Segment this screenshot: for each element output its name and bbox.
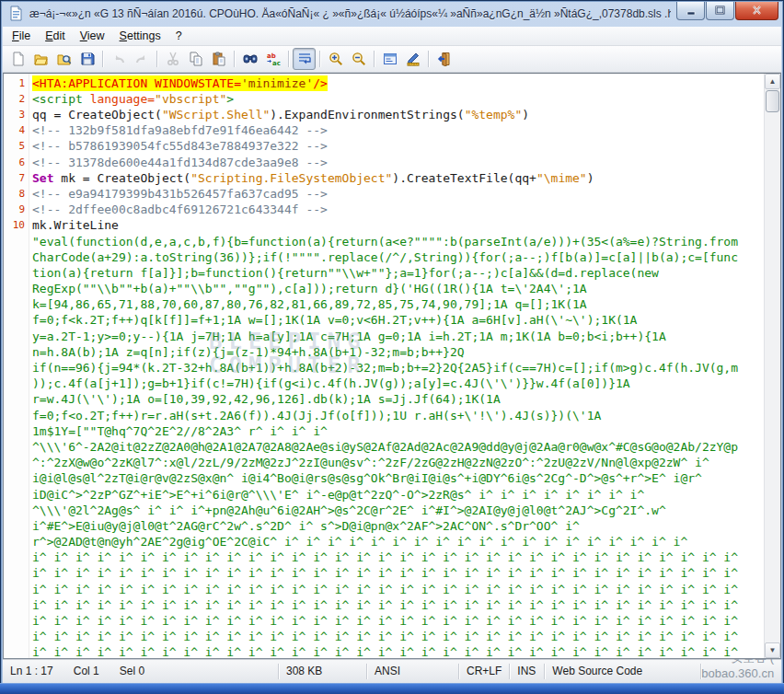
code-row: qq = CreateObject("WScript.Shell").Expan… [32,107,764,122]
code-row: "eval(function(d,e,a,c,b,f){b=function(a… [32,234,764,249]
vertical-scrollbar[interactable]: ▲ ▼ [764,74,780,659]
code-row: if(n==96){j=94*(k.2T-32+h.8A(b+1))+h.8A(… [32,360,764,376]
code-row: iD@iC^>^2zP^GZ^+iE^>E^+i^6i@r@^\\\'E^ i^… [32,487,764,503]
line-number [4,597,25,613]
encoding: ANSI [367,664,459,679]
line-number [4,470,25,486]
line-number [4,455,25,470]
code-row: n=h.8A(b);1A z=q[n];if(z){j=(z-1)*94+h.8… [32,344,764,360]
code-row: r^>@2AD@t@n@yh^2AE^2g@ig^OE^2C@iC^ i^ i^… [32,534,764,549]
code-row: RegExp(""\\b""+b(a)+""\\b"",""g""),c[a])… [32,281,764,296]
copy-icon[interactable] [184,48,207,70]
toolbar-separator [234,51,235,67]
scrollbar-thumb[interactable] [766,90,779,112]
line-number [4,549,25,565]
syntax-scheme: Web Source Code [545,664,701,679]
open-file-icon[interactable] [29,48,52,70]
line-number [4,423,25,439]
window-bottom-frame [0,683,784,694]
code-row: k=[94,86,65,71,88,70,60,87,80,76,82,81,6… [32,296,764,312]
code-row: tion(a){return f[a]}];b=function(){retur… [32,265,764,281]
code-row: f=0;f<o.2T;f++)r=r.aH(s+t.2A6(f)).4J(Jj.… [32,408,764,423]
code-row: 1m$1Y=[""T@hq^7Q^2E^2//8^2A3^ r^ i^ i^ i… [32,423,764,439]
code-row: i^ i^ i^ i^ i^ i^ i^ i^ i^ i^ i^ i^ i^ i… [32,629,764,644]
menu-file[interactable]: File [5,28,38,44]
close-button[interactable] [735,2,778,20]
caret-position: Ln 1 : 17 Col 1 Sel 0 [3,664,279,679]
line-number [4,534,25,549]
replace-icon[interactable]: abac [261,48,284,70]
toolbar-separator [319,51,320,67]
scrollbar-track[interactable] [765,113,780,643]
zoom-out-icon[interactable] [347,48,370,70]
line-number [4,296,25,312]
customize-schemes-icon[interactable] [401,48,424,70]
code-row: i^#E^>E@iu@y@j@l0@t^2AG@rC^2w^.s^2D^ i^ … [32,518,764,534]
scroll-up-arrow[interactable]: ▲ [765,74,780,89]
svg-text:ac: ac [272,60,281,66]
line-number [4,249,25,265]
toolbar-separator [288,51,289,67]
save-icon[interactable] [75,48,98,70]
exit-icon[interactable] [432,48,455,70]
code-row: f=0;f<k.2T;f++)q[k[f]]=f+1;1A w=[];1K(1A… [32,312,764,328]
title-bar[interactable]: æ¬á¡-¬«»¿n «G 13 ñÑ¬áían 2016ú. CPOùHO. … [0,0,784,27]
zoom-in-icon[interactable] [324,48,347,70]
browse-icon[interactable] [52,48,75,70]
line-number [4,265,25,281]
status-bar: Ln 1 : 17 Col 1 Sel 0 308 KB ANSI CR+LF … [3,659,781,683]
code-row: y=a.2T-1;y>=0;y--){1A j=7H;1A h=a[y];1A … [32,329,764,344]
code-row: i^ i^ i^ i^ i^ i^ i^ i^ i^ i^ i^ i^ i^ i… [32,613,764,629]
line-number [4,503,25,518]
line-number [4,360,25,376]
code-editor[interactable]: 12345678910 <HTA:APPLICATION WINDOWSTATE… [3,73,781,660]
code-row: ^:^2zX@w@o^2zK@l7^:x@l/2zL/9/2zM@2zJ^2zI… [32,455,764,470]
find-icon[interactable] [238,48,261,70]
maximize-button[interactable] [706,2,734,20]
line-number [4,518,25,534]
code-row: <!-- e9a94179399b431b526457fa637cad95 --… [32,186,764,202]
menu-help[interactable]: ? [168,28,190,44]
svg-text:ab: ab [267,52,276,60]
toolbar-separator [428,51,429,67]
code-row: Set mk = CreateObject("Scripting.FileSys… [32,170,764,186]
line-number [4,565,25,581]
scroll-down-arrow[interactable]: ▼ [765,642,780,658]
line-number [4,582,25,597]
line-number [4,234,25,249]
line-number [4,329,25,344]
code-row: <!-- 2dffee00c8adbc4f69126721c643344f --… [32,202,764,217]
eol-mode: CR+LF [459,664,510,679]
menu-settings[interactable]: Settings [112,28,168,44]
toolbar-separator [374,51,375,67]
line-number: 8 [4,186,25,202]
menu-bar: FileEditViewSettings? [3,27,781,46]
line-number: 2 [4,91,25,107]
code-row: <script language="vbscript"> [32,91,764,107]
line-number [4,376,25,391]
line-number [4,613,25,629]
code-row: i^ i^ i^ i^ i^ i^ i^ i^ i^ i^ i^ i^ i^ i… [32,644,764,658]
word-wrap-icon[interactable] [293,48,316,70]
line-number: 9 [4,202,25,217]
line-number: 3 [4,107,25,122]
cut-icon [161,48,184,70]
code-row: ^\\\'@2l^2Ag@s^ i^ i^ i^+pn@2Ah@u^6i@2AH… [32,503,764,518]
menu-edit[interactable]: Edit [38,28,73,44]
code-row: i@i@l@s@l^2zT@i@r@v@2zS@x@n^ i@i4^Bo@i@r… [32,470,764,486]
notepad2-window: æ¬á¡-¬«»¿n «G 13 ñÑ¬áían 2016ú. CPOùHO. … [0,0,784,694]
line-number [4,408,25,423]
menu-view[interactable]: View [73,28,112,44]
code-row: r=w.4J(\'\');1A o=[10,39,92,42,96,126].d… [32,391,764,407]
minimize-button[interactable] [676,2,705,20]
line-number: 6 [4,155,25,170]
line-number [4,439,25,455]
code-area[interactable]: <HTA:APPLICATION WINDOWSTATE='minimize'/… [29,74,764,659]
toolbar-separator [156,51,157,67]
new-file-icon[interactable] [6,48,29,70]
view-schemes-icon[interactable] [378,48,401,70]
paste-icon[interactable] [207,48,230,70]
window-controls [676,2,778,20]
line-number [4,487,25,503]
undo-icon [107,48,130,70]
